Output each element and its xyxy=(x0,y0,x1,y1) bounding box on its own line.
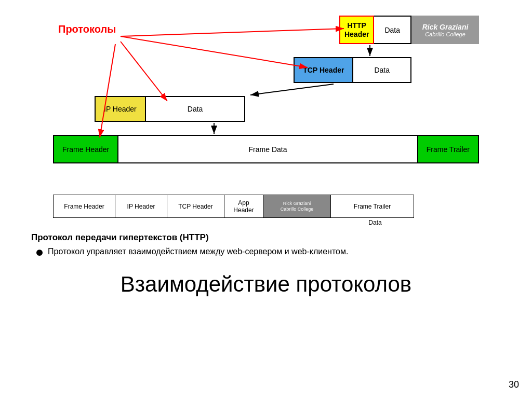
detail-frame-trailer: Frame Trailer xyxy=(331,195,414,218)
http-data-box: Data xyxy=(374,16,411,44)
ip-row: IP Header Data xyxy=(95,96,245,122)
rick-name: Rick Graziani xyxy=(422,23,469,31)
bullet-item: Протокол управляет взаимодействием между… xyxy=(36,247,501,256)
frame-trailer-box: Frame Trailer xyxy=(418,135,479,163)
rick-box: Rick Graziani Cabrillo College xyxy=(411,16,479,44)
frame-header-box: Frame Header xyxy=(53,135,118,163)
svg-line-3 xyxy=(121,36,308,67)
page-number: 30 xyxy=(509,379,519,390)
svg-line-4 xyxy=(121,42,167,101)
diagram-area: Протоколы Rick Graziani Cabrillo College… xyxy=(53,16,479,192)
protocols-label: Протоколы xyxy=(58,23,116,35)
tcp-data-box: Data xyxy=(353,57,411,83)
frame-data-box: Frame Data xyxy=(118,135,418,163)
svg-line-2 xyxy=(121,29,344,36)
detail-app-header: AppHeader xyxy=(224,195,263,218)
text-title: Протокол передачи гипертекстов (HTTP) xyxy=(31,232,501,243)
http-row: HTTPHeader Data xyxy=(339,16,411,44)
bullet-text: Протокол управляет взаимодействием между… xyxy=(48,247,348,256)
ip-header-box: IP Header xyxy=(95,96,146,122)
detail-ip-header: IP Header xyxy=(115,195,167,218)
http-header-box: HTTPHeader xyxy=(339,16,374,44)
detail-area: Frame Header IP Header TCP Header AppHea… xyxy=(53,195,479,226)
frame-row: Frame Header Frame Data Frame Trailer xyxy=(53,135,479,163)
detail-tcp-header: TCP Header xyxy=(167,195,224,218)
big-title: Взаимодействие протоколов xyxy=(21,272,511,297)
bullet-dot xyxy=(36,250,43,256)
slide: Протоколы Rick Graziani Cabrillo College… xyxy=(0,0,532,398)
rick-college: Cabrillo College xyxy=(425,31,466,37)
tcp-row: TCP Header Data xyxy=(294,57,411,83)
svg-line-5 xyxy=(100,44,115,138)
text-section: Протокол передачи гипертекстов (HTTP) Пр… xyxy=(31,232,501,256)
detail-frame-header: Frame Header xyxy=(53,195,115,218)
detail-row: Frame Header IP Header TCP Header AppHea… xyxy=(53,195,479,218)
detail-rick: Rick GrazianiCabrillo College xyxy=(263,195,331,218)
ip-data-box: Data xyxy=(146,96,246,122)
detail-data-label: Data xyxy=(53,219,479,226)
tcp-header-box: TCP Header xyxy=(294,57,353,83)
svg-line-7 xyxy=(250,84,334,95)
